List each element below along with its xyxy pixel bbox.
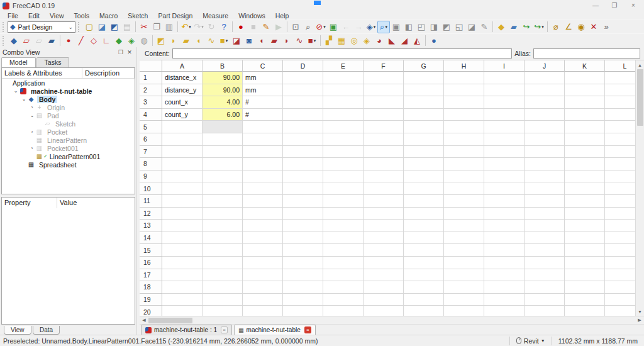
- row-header-19[interactable]: 19: [140, 294, 162, 306]
- spreadsheet-cell-c16[interactable]: [243, 257, 283, 269]
- menu-file[interactable]: File: [3, 12, 23, 20]
- hole-button[interactable]: ◙: [243, 35, 255, 47]
- datum-line-button[interactable]: ╱: [75, 35, 87, 47]
- spreadsheet-cell-l6[interactable]: [605, 133, 635, 146]
- row-header-10[interactable]: 10: [140, 182, 162, 195]
- spreadsheet-cell-j5[interactable]: [525, 121, 565, 133]
- spreadsheet-cell-g1[interactable]: [404, 72, 444, 84]
- spreadsheet-cell-h4[interactable]: [444, 109, 484, 121]
- spreadsheet-cell-c7[interactable]: [243, 146, 283, 159]
- spreadsheet-cell-l1[interactable]: [605, 72, 635, 84]
- spreadsheet-cell-j13[interactable]: [525, 220, 565, 232]
- cut-button[interactable]: ✂: [138, 21, 150, 33]
- spreadsheet-cell-a17[interactable]: [162, 269, 203, 282]
- spreadsheet-cell-f6[interactable]: [364, 133, 404, 146]
- macro-play-button[interactable]: ▶: [272, 21, 285, 33]
- groove-button[interactable]: ◖: [255, 35, 268, 47]
- spreadsheet-cell-g6[interactable]: [404, 133, 444, 146]
- spreadsheet-cell-j18[interactable]: [525, 281, 565, 294]
- tab-close-icon[interactable]: ×: [221, 326, 228, 333]
- spreadsheet-cell-j12[interactable]: [525, 208, 565, 220]
- row-header-11[interactable]: 11: [140, 195, 162, 208]
- vscroll-thumb[interactable]: [637, 69, 643, 126]
- restore-button[interactable]: ❐: [605, 0, 624, 10]
- spreadsheet-cell-c20[interactable]: [243, 306, 283, 316]
- spreadsheet-cell-i11[interactable]: [484, 195, 525, 208]
- spreadsheet-cell-b10[interactable]: [203, 182, 243, 195]
- spreadsheet-cell-i1[interactable]: [484, 72, 525, 84]
- fit-all-button[interactable]: ⊡: [289, 21, 302, 33]
- row-header-6[interactable]: 6: [140, 133, 162, 146]
- spreadsheet-cell-j19[interactable]: [525, 294, 565, 306]
- column-header-b[interactable]: B: [203, 60, 243, 72]
- spreadsheet-cell-d2[interactable]: [283, 84, 323, 97]
- tree-header-labels[interactable]: Labels & Attributes: [2, 68, 82, 78]
- spreadsheet-cell-c12[interactable]: [243, 208, 283, 220]
- row-header-20[interactable]: 20: [140, 306, 162, 316]
- spreadsheet-cell-d8[interactable]: [283, 158, 323, 170]
- spreadsheet-cell-a7[interactable]: [162, 146, 203, 159]
- additive-loft-button[interactable]: ▰: [180, 35, 192, 47]
- grid-corner[interactable]: [140, 60, 162, 72]
- column-header-e[interactable]: E: [323, 60, 364, 72]
- row-header-3[interactable]: 3: [140, 96, 162, 109]
- spreadsheet-cell-a8[interactable]: [162, 158, 203, 170]
- spreadsheet-cell-f17[interactable]: [364, 269, 404, 282]
- spreadsheet-cell-l2[interactable]: [605, 84, 635, 97]
- spreadsheet-cell-g2[interactable]: [404, 84, 444, 97]
- subtractive-helix-button[interactable]: ∿: [293, 35, 306, 47]
- row-header-12[interactable]: 12: [140, 208, 162, 220]
- sub-shape-binder-button[interactable]: ◍: [138, 35, 150, 47]
- spreadsheet-cell-h12[interactable]: [444, 208, 484, 220]
- spreadsheet-cell-l12[interactable]: [605, 208, 635, 220]
- row-header-1[interactable]: 1: [140, 72, 162, 84]
- additive-pipe-button[interactable]: ◖: [192, 35, 205, 47]
- spreadsheet-cell-c15[interactable]: [243, 244, 283, 257]
- spreadsheet-cell-d4[interactable]: [283, 109, 323, 121]
- spreadsheet-cell-e10[interactable]: [323, 182, 364, 195]
- spreadsheet-cell-j1[interactable]: [525, 72, 565, 84]
- spreadsheet-cell-d20[interactable]: [283, 306, 323, 316]
- chamfer-button[interactable]: ◣: [386, 35, 398, 47]
- spreadsheet-cell-e6[interactable]: [323, 133, 364, 146]
- pencil-tool-button[interactable]: ✎: [478, 21, 491, 33]
- tab-view[interactable]: View: [4, 326, 31, 335]
- horizontal-scrollbar[interactable]: ◀ ▶: [140, 316, 644, 324]
- spreadsheet-cell-i19[interactable]: [484, 294, 525, 306]
- shape-binder-button[interactable]: ◆: [113, 35, 125, 47]
- spreadsheet-cell-k14[interactable]: [565, 232, 605, 245]
- export-alt-button[interactable]: ↪▾: [533, 21, 545, 33]
- spreadsheet-cell-d12[interactable]: [283, 208, 323, 220]
- spreadsheet-cell-h5[interactable]: [444, 121, 484, 133]
- close-button[interactable]: ×: [624, 0, 643, 10]
- spreadsheet-cell-a13[interactable]: [162, 220, 203, 232]
- spreadsheet-cell-d19[interactable]: [283, 294, 323, 306]
- column-header-d[interactable]: D: [283, 60, 323, 72]
- menu-part-design[interactable]: Part Design: [153, 12, 197, 20]
- spreadsheet-cell-h6[interactable]: [444, 133, 484, 146]
- row-header-8[interactable]: 8: [140, 158, 162, 170]
- spreadsheet-cell-h13[interactable]: [444, 220, 484, 232]
- spreadsheet-cell-e17[interactable]: [323, 269, 364, 282]
- spreadsheet-cell-f1[interactable]: [364, 72, 404, 84]
- spreadsheet-cell-d15[interactable]: [283, 244, 323, 257]
- spreadsheet-cell-c14[interactable]: [243, 232, 283, 245]
- spreadsheet-cell-d3[interactable]: [283, 96, 323, 109]
- spreadsheet-cell-g4[interactable]: [404, 109, 444, 121]
- spreadsheet-cell-d5[interactable]: [283, 121, 323, 133]
- spreadsheet-cell-a14[interactable]: [162, 232, 203, 245]
- spreadsheet-cell-h18[interactable]: [444, 281, 484, 294]
- spreadsheet-cell-b1[interactable]: 90.00: [203, 72, 243, 84]
- nav-forward-button[interactable]: →: [352, 21, 365, 33]
- spreadsheet-cell-l17[interactable]: [605, 269, 635, 282]
- spreadsheet-cell-b8[interactable]: [203, 158, 243, 170]
- spreadsheet-cell-e9[interactable]: [323, 170, 364, 183]
- spreadsheet-cell-g20[interactable]: [404, 306, 444, 316]
- spreadsheet-cell-j9[interactable]: [525, 170, 565, 183]
- spreadsheet-cell-i20[interactable]: [484, 306, 525, 316]
- column-header-h[interactable]: H: [444, 60, 484, 72]
- scroll-right-icon[interactable]: ▶: [635, 318, 644, 323]
- draft-button[interactable]: ◢: [398, 35, 411, 47]
- column-header-l[interactable]: L: [605, 60, 635, 72]
- spreadsheet-cell-d9[interactable]: [283, 170, 323, 183]
